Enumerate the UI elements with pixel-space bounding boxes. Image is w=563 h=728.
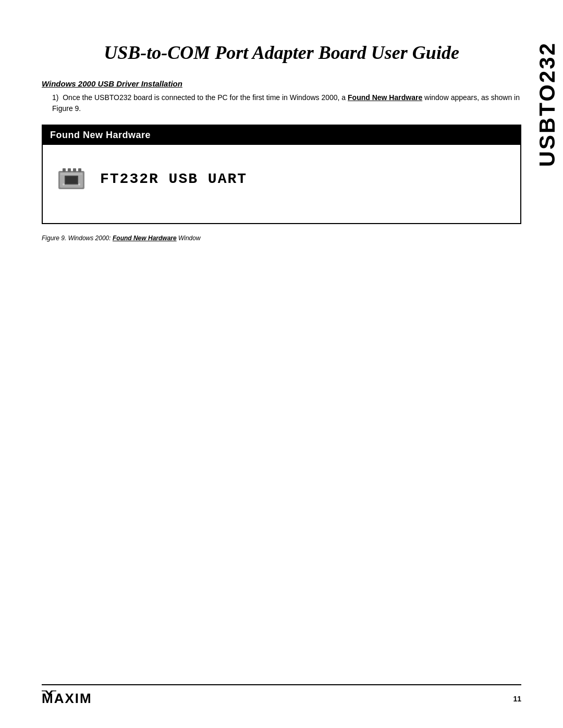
section-heading: Windows 2000 USB Driver Installation [42,79,521,88]
side-label: USBTO232 [532,0,563,728]
page-number: 11 [513,695,521,703]
side-label-text: USBTO232 [535,42,560,167]
svg-rect-4 [63,168,66,172]
svg-text:MAXIM: MAXIM [42,690,92,705]
svg-rect-7 [78,168,81,172]
figure-caption-bold: Found New Hardware [113,235,177,242]
figure-caption-suffix: Window [177,235,201,242]
window-titlebar: Found New Hardware [43,126,520,145]
step1-bold-text: Found New Hardware [348,93,422,102]
page-title: USB-to-COM Port Adapter Board User Guide [42,42,521,64]
svg-rect-6 [73,168,76,172]
svg-rect-10 [60,173,82,175]
found-new-hardware-window: Found New Hardware [42,125,521,224]
svg-rect-3 [66,177,77,183]
figure-caption-prefix: Figure 9. Windows 2000: [42,235,113,242]
svg-point-9 [78,183,80,186]
device-icon [53,161,90,197]
window-body: FT232R USB UART [43,145,520,223]
step1-text: 1) Once the USBTO232 board is connected … [52,92,521,114]
step1-text-before: Once the USBTO232 board is connected to … [63,93,348,102]
svg-rect-5 [68,168,71,172]
device-name-text: FT232R USB UART [100,171,247,187]
figure-caption: Figure 9. Windows 2000: Found New Hardwa… [42,235,521,242]
svg-point-8 [63,183,65,186]
footer: MAXIM 11 [42,684,521,707]
maxim-logo: MAXIM [42,690,104,707]
